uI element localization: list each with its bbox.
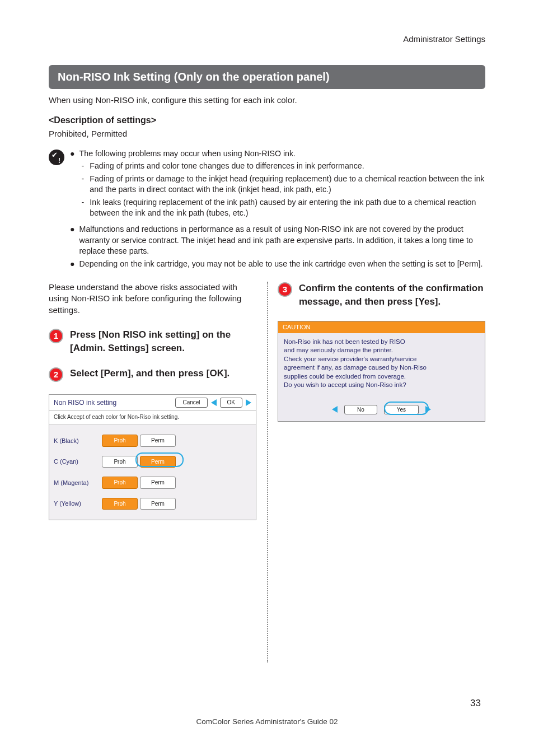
yes-button[interactable]: Yes bbox=[384, 405, 419, 415]
step-number-badge: 3 bbox=[278, 282, 292, 297]
step-3-text: Confirm the contents of the confirmation… bbox=[299, 282, 485, 309]
breadcrumb: Administrator Settings bbox=[49, 34, 485, 45]
bullet-icon: ● bbox=[70, 224, 75, 256]
caution-b3: Depending on the ink cartridge, you may … bbox=[79, 259, 485, 269]
ink-row-m: M (Magenta) Proh Perm bbox=[54, 477, 251, 489]
bullet-icon: ● bbox=[70, 259, 75, 269]
bullet-icon: ● bbox=[70, 148, 75, 222]
arrow-right-icon bbox=[425, 406, 431, 413]
lead-paragraph: Please understand the above risks associ… bbox=[49, 282, 256, 316]
ink-row-c: C (Cyan) Proh Perm bbox=[54, 456, 251, 468]
column-divider bbox=[267, 282, 268, 662]
dialog-body: Non-Riso ink has not been tested by RISO… bbox=[278, 333, 485, 400]
step-3: 3 Confirm the contents of the confirmati… bbox=[278, 282, 485, 309]
ok-button[interactable]: OK bbox=[220, 398, 242, 408]
dialog-line: agreement if any, as damage caused by No… bbox=[284, 363, 479, 372]
arrow-right-icon bbox=[246, 399, 251, 406]
proh-button[interactable]: Proh bbox=[102, 435, 138, 447]
footer-text: ComColor Series Administrator's Guide 02 bbox=[0, 717, 534, 727]
ink-label: C (Cyan) bbox=[54, 458, 92, 466]
ink-row-y: Y (Yellow) Proh Perm bbox=[54, 498, 251, 510]
caution-b1: The following problems may occur when us… bbox=[79, 149, 296, 158]
dialog-line: and may seriously damage the printer. bbox=[284, 346, 479, 355]
dialog-line: Do you wish to accept using Non-Riso ink… bbox=[284, 381, 479, 390]
perm-button[interactable]: Perm bbox=[140, 456, 176, 468]
dash-icon: - bbox=[82, 161, 85, 171]
intro-text: When using Non-RISO ink, configure this … bbox=[49, 95, 485, 106]
caution-s1: Fading of prints and color tone changes … bbox=[90, 161, 364, 171]
ink-row-k: K (Black) Proh Perm bbox=[54, 435, 251, 447]
ink-label: M (Magenta) bbox=[54, 479, 92, 487]
proh-button[interactable]: Proh bbox=[102, 477, 138, 489]
page-number: 33 bbox=[470, 697, 481, 710]
arrow-left-icon bbox=[332, 406, 338, 413]
ink-setting-panel: Non RISO ink setting Cancel OK Click Acc… bbox=[49, 394, 256, 520]
arrow-left-icon bbox=[211, 399, 217, 406]
no-button[interactable]: No bbox=[344, 405, 377, 415]
ink-label: K (Black) bbox=[54, 437, 92, 445]
dialog-title: CAUTION bbox=[278, 321, 485, 333]
step-number-badge: 1 bbox=[49, 329, 63, 343]
proh-button[interactable]: Proh bbox=[102, 498, 138, 510]
perm-button[interactable]: Perm bbox=[140, 498, 176, 510]
caution-b2: Malfunctions and reductions in performan… bbox=[79, 224, 485, 256]
step-2-text: Select [Perm], and then press [OK]. bbox=[70, 367, 256, 382]
dialog-line: Check your service provider's warranty/s… bbox=[284, 355, 479, 364]
perm-button[interactable]: Perm bbox=[140, 435, 176, 447]
step-number-badge: 2 bbox=[49, 367, 63, 382]
description-heading: <Description of settings> bbox=[49, 114, 485, 127]
dash-icon: - bbox=[82, 197, 85, 218]
ink-label: Y (Yellow) bbox=[54, 500, 92, 508]
perm-button[interactable]: Perm bbox=[140, 477, 176, 489]
dialog-line: Non-Riso ink has not been tested by RISO bbox=[284, 338, 479, 347]
step-2: 2 Select [Perm], and then press [OK]. bbox=[49, 367, 256, 382]
ink-rows: K (Black) Proh Perm C (Cyan) Proh Perm bbox=[49, 424, 256, 520]
caution-s2: Fading of prints or damage to the inkjet… bbox=[90, 174, 485, 195]
caution-block: ● The following problems may occur when … bbox=[49, 148, 485, 272]
dash-icon: - bbox=[82, 174, 85, 195]
step-1-text: Press [Non RISO ink setting] on the [Adm… bbox=[70, 328, 256, 355]
caution-dialog: CAUTION Non-Riso ink has not been tested… bbox=[278, 321, 485, 422]
description-values: Prohibited, Permitted bbox=[49, 128, 485, 139]
panel-subtitle: Click Accept of each color for Non-Riso … bbox=[49, 411, 256, 425]
panel-title: Non RISO ink setting bbox=[54, 398, 116, 407]
proh-button[interactable]: Proh bbox=[102, 456, 138, 468]
caution-s3: Ink leaks (requiring replacement of the … bbox=[90, 197, 485, 218]
dialog-line: supplies could be excluded from coverage… bbox=[284, 372, 479, 381]
cancel-button[interactable]: Cancel bbox=[175, 398, 207, 408]
step-1: 1 Press [Non RISO ink setting] on the [A… bbox=[49, 328, 256, 355]
caution-icon bbox=[49, 150, 64, 165]
page-title: Non-RISO Ink Setting (Only on the operat… bbox=[49, 65, 485, 89]
